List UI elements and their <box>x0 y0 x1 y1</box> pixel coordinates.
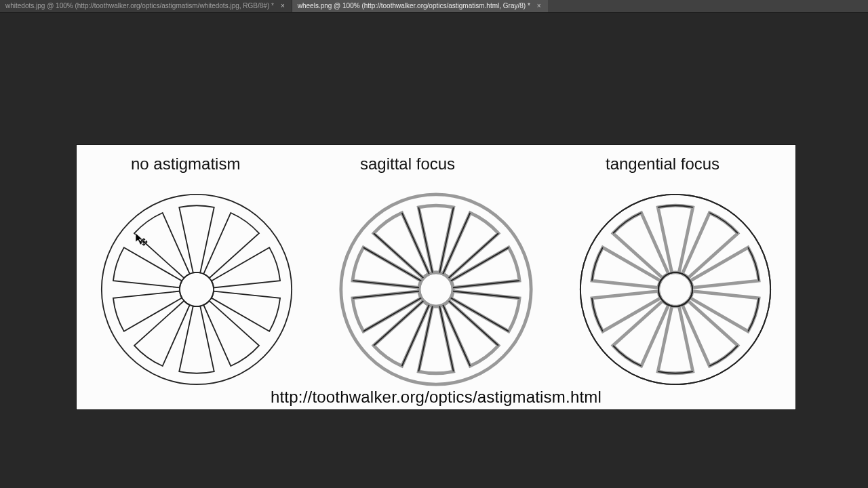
svg-point-3 <box>419 272 453 306</box>
wheel-title-tangential: tangential focus <box>606 155 719 174</box>
svg-line-7 <box>449 233 498 278</box>
svg-line-18 <box>363 298 421 331</box>
close-icon[interactable]: × <box>281 0 285 12</box>
canvas-viewport[interactable]: no astigmatism sagittal focus tangential… <box>0 13 868 488</box>
document-tab-strip: whitedots.jpg @ 100% (http://toothwalker… <box>0 0 868 13</box>
figure-caption: http://toothwalker.org/optics/astigmatis… <box>77 388 795 407</box>
wheel-tangential <box>577 191 774 388</box>
svg-line-8 <box>451 247 509 281</box>
svg-point-2 <box>341 195 531 384</box>
close-icon[interactable]: × <box>537 0 541 12</box>
svg-line-21 <box>363 247 421 281</box>
svg-point-24 <box>580 195 770 384</box>
svg-point-1 <box>180 272 214 306</box>
tab-wheels[interactable]: wheels.png @ 100% (http://toothwalker.or… <box>292 0 548 12</box>
svg-line-17 <box>374 301 423 346</box>
svg-line-9 <box>453 281 519 287</box>
svg-line-20 <box>353 281 419 287</box>
svg-line-10 <box>453 291 519 298</box>
svg-line-11 <box>451 298 509 331</box>
tab-label: wheels.png @ 100% (http://toothwalker.or… <box>298 0 530 12</box>
wheel-title-sagittal: sagittal focus <box>360 155 455 174</box>
tab-label: whitedots.jpg @ 100% (http://toothwalker… <box>5 0 274 12</box>
svg-point-0 <box>102 195 292 384</box>
wheel-title-none: no astigmatism <box>131 155 240 174</box>
svg-point-27 <box>658 272 692 306</box>
svg-line-12 <box>449 301 498 346</box>
svg-line-22 <box>374 233 423 278</box>
open-document[interactable]: no astigmatism sagittal focus tangential… <box>77 145 795 409</box>
wheel-none <box>98 191 295 388</box>
svg-point-26 <box>580 195 770 384</box>
wheel-row <box>77 191 795 388</box>
svg-line-19 <box>353 291 419 298</box>
tab-whitedots[interactable]: whitedots.jpg @ 100% (http://toothwalker… <box>0 0 292 12</box>
wheel-sagittal <box>338 191 534 388</box>
